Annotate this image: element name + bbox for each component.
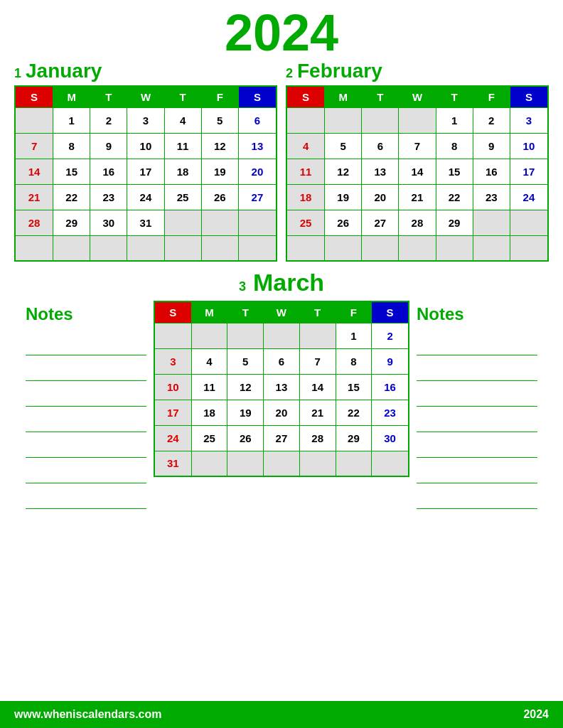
mar-cell: 6 — [264, 348, 300, 374]
mar-hdr-s2: S — [372, 301, 409, 323]
feb-hdr-s1: S — [286, 86, 325, 107]
notes-line[interactable] — [417, 458, 537, 483]
jan-cell: 18 — [164, 159, 201, 184]
mar-cell — [336, 451, 372, 476]
notes-line[interactable] — [417, 355, 537, 381]
notes-line[interactable] — [26, 483, 146, 509]
feb-cell: 7 — [399, 133, 436, 159]
notes-left-lines — [26, 330, 146, 509]
mar-cell — [264, 323, 300, 348]
footer-url: www.wheniscalendars.com — [14, 708, 161, 721]
feb-cell — [510, 235, 548, 261]
jan-cell: 24 — [127, 184, 164, 210]
feb-cell: 2 — [473, 107, 510, 133]
table-row: 4 5 6 7 8 9 10 — [286, 133, 548, 159]
notes-left-label: Notes — [26, 304, 146, 324]
jan-cell — [15, 235, 53, 261]
feb-cell: 23 — [473, 184, 510, 210]
mar-cell: 24 — [154, 425, 191, 451]
notes-line[interactable] — [417, 483, 537, 509]
feb-cell — [399, 107, 436, 133]
jan-cell — [15, 107, 53, 133]
jan-cell: 14 — [15, 159, 53, 184]
mar-cell: 23 — [372, 400, 409, 425]
feb-cell — [362, 107, 399, 133]
january-calendar: S M T W T F S 1 2 3 4 — [14, 85, 277, 262]
jan-cell: 2 — [90, 107, 127, 133]
mar-cell — [227, 323, 264, 348]
mar-cell: 29 — [336, 425, 372, 451]
notes-line[interactable] — [26, 330, 146, 355]
jan-cell: 1 — [53, 107, 90, 133]
notes-line[interactable] — [26, 381, 146, 407]
jan-cell — [164, 210, 201, 235]
jan-cell: 8 — [53, 133, 90, 159]
notes-line[interactable] — [417, 407, 537, 432]
notes-line[interactable] — [417, 381, 537, 407]
jan-hdr-m: M — [53, 86, 90, 107]
mar-cell: 15 — [336, 374, 372, 400]
feb-cell: 17 — [510, 159, 548, 184]
feb-cell: 8 — [436, 133, 473, 159]
table-row: 21 22 23 24 25 26 27 — [15, 184, 277, 210]
mar-cell: 5 — [227, 348, 264, 374]
jan-hdr-s2: S — [238, 86, 277, 107]
feb-cell: 15 — [436, 159, 473, 184]
feb-cell: 18 — [286, 184, 325, 210]
notes-line[interactable] — [417, 432, 537, 458]
feb-hdr-t1: T — [362, 86, 399, 107]
table-row: 25 26 27 28 29 — [286, 210, 548, 235]
feb-cell: 13 — [362, 159, 399, 184]
notes-line[interactable] — [26, 407, 146, 432]
table-row — [15, 235, 277, 261]
mar-cell — [227, 451, 264, 476]
footer-year: 2024 — [523, 708, 549, 721]
table-row: 17 18 19 20 21 22 23 — [154, 400, 409, 425]
mar-cell — [372, 451, 409, 476]
feb-cell — [362, 235, 399, 261]
jan-hdr-f: F — [201, 86, 238, 107]
table-row — [286, 235, 548, 261]
feb-cell — [473, 235, 510, 261]
jan-cell: 28 — [15, 210, 53, 235]
mar-cell: 13 — [264, 374, 300, 400]
jan-cell: 27 — [238, 184, 277, 210]
page: 2024 1 January S M T W T F S — [0, 0, 563, 728]
feb-cell: 12 — [325, 159, 362, 184]
mar-cell: 27 — [264, 425, 300, 451]
february-header: 2 February — [286, 60, 549, 82]
jan-cell: 12 — [201, 133, 238, 159]
notes-line[interactable] — [26, 458, 146, 483]
jan-cell: 21 — [15, 184, 53, 210]
mar-cell: 9 — [372, 348, 409, 374]
notes-line[interactable] — [26, 355, 146, 381]
mar-cell: 3 — [154, 348, 191, 374]
feb-cell: 28 — [399, 210, 436, 235]
mar-cell: 10 — [154, 374, 191, 400]
mar-cell: 2 — [372, 323, 409, 348]
jan-cell: 31 — [127, 210, 164, 235]
feb-cell — [325, 107, 362, 133]
notes-line[interactable] — [26, 432, 146, 458]
feb-cell — [286, 107, 325, 133]
feb-cell: 3 — [510, 107, 548, 133]
jan-hdr-t2: T — [164, 86, 201, 107]
february-calendar: S M T W T F S 1 — [286, 85, 549, 262]
mar-cell: 22 — [336, 400, 372, 425]
feb-cell: 19 — [325, 184, 362, 210]
mar-cell — [299, 451, 336, 476]
notes-right-label: Notes — [417, 304, 537, 324]
mar-cell: 28 — [299, 425, 336, 451]
jan-cell: 17 — [127, 159, 164, 184]
feb-cell: 5 — [325, 133, 362, 159]
march-calendar: S M T W T F S — [154, 301, 409, 477]
feb-hdr-f: F — [473, 86, 510, 107]
mar-cell: 25 — [191, 425, 227, 451]
notes-line[interactable] — [417, 330, 537, 355]
march-header: 3 March — [14, 269, 549, 296]
mar-cell — [264, 451, 300, 476]
march-with-notes: Notes S M — [14, 301, 549, 509]
mar-hdr-w: W — [264, 301, 300, 323]
table-row: 14 15 16 17 18 19 20 — [15, 159, 277, 184]
mar-cell: 26 — [227, 425, 264, 451]
